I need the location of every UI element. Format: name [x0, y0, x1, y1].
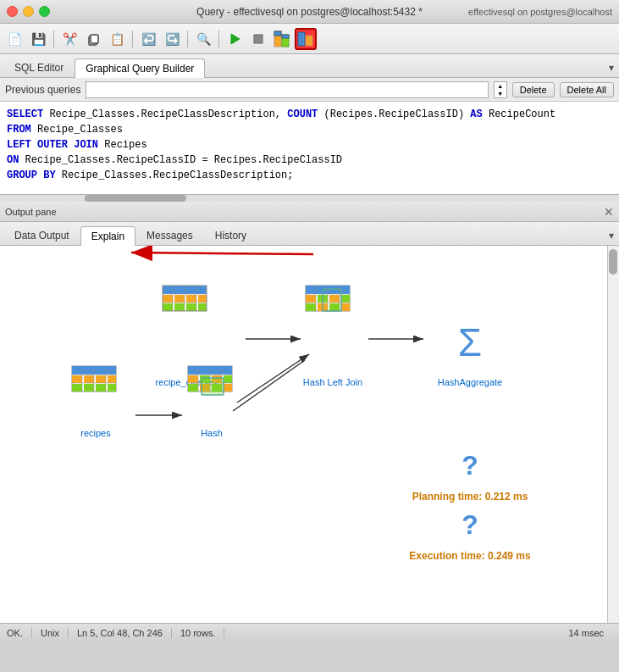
copy-button[interactable]	[82, 28, 104, 50]
planning-time-label: Planning time: 0.212 ms	[412, 491, 528, 503]
toolbar-sep-1	[53, 31, 54, 47]
main-content: 📄 💾 ✂️ 📋 ↩️ ↪️ 🔍	[0, 24, 619, 641]
title-bar: Query - effectivesql on postgres@localho…	[0, 0, 619, 24]
redo-button[interactable]: ↪️	[161, 28, 183, 50]
tab-sql-editor[interactable]: SQL Editor	[3, 58, 75, 77]
output-section: Output pane ✕ Data Output Explain Messag…	[0, 202, 619, 623]
main-tab-bar: SQL Editor Graphical Query Builder ▾	[0, 54, 619, 78]
execution-time-icon: ?	[461, 509, 478, 540]
tab-history[interactable]: History	[204, 225, 257, 245]
maximize-button[interactable]	[39, 6, 50, 17]
svg-line-15	[237, 354, 309, 403]
svg-rect-36	[306, 295, 316, 303]
node-label-hash-aggregate: HashAggregate	[438, 377, 502, 387]
sql-scrollbar-thumb[interactable]	[85, 195, 186, 202]
status-encoding: Unix	[32, 628, 69, 638]
svg-rect-20	[163, 295, 173, 303]
window-title: Query - effectivesql on postgres@localho…	[196, 6, 423, 18]
svg-rect-7	[282, 35, 289, 38]
svg-rect-53	[84, 375, 94, 383]
new-file-button[interactable]: 📄	[3, 28, 25, 50]
tab-dropdown-icon[interactable]: ▾	[609, 62, 614, 74]
svg-rect-55	[108, 375, 116, 383]
undo-button[interactable]: ↩️	[137, 28, 159, 50]
explain-diagram-area: recipe_classes	[0, 246, 619, 623]
status-bar: OK. Unix Ln 5, Col 48, Ch 246 10 rows. 1…	[0, 623, 619, 641]
explain-graphical-button[interactable]	[295, 28, 317, 50]
svg-rect-22	[186, 295, 196, 303]
run-button[interactable]	[224, 28, 246, 50]
save-button[interactable]: 💾	[27, 28, 49, 50]
node-label-hash-left-join: Hash Left Join	[303, 377, 362, 387]
status-rows: 10 rows.	[172, 628, 225, 638]
svg-rect-3	[254, 35, 263, 43]
traffic-lights[interactable]	[7, 6, 50, 17]
svg-rect-38	[329, 295, 340, 303]
delete-all-button[interactable]: Delete All	[560, 82, 614, 97]
svg-rect-24	[163, 303, 173, 311]
svg-rect-40	[306, 303, 316, 311]
node-icon-hash-aggregate: Σ	[458, 320, 482, 364]
explain-button[interactable]	[271, 28, 293, 50]
minimize-button[interactable]	[23, 6, 34, 17]
svg-rect-56	[72, 384, 82, 392]
svg-rect-59	[108, 384, 116, 392]
close-button[interactable]	[7, 6, 18, 17]
sql-scrollbar[interactable]	[0, 195, 619, 202]
svg-rect-74	[224, 384, 232, 392]
svg-rect-80	[202, 378, 224, 395]
output-pane-header: Output pane ✕	[0, 202, 619, 222]
planning-time-icon: ?	[461, 450, 478, 480]
svg-marker-2	[231, 34, 240, 44]
tab-data-output[interactable]: Data Output	[3, 225, 80, 245]
output-tab-bar: Data Output Explain Messages History ▾	[0, 222, 619, 246]
output-pane-close-button[interactable]: ✕	[604, 205, 614, 219]
svg-rect-42	[329, 303, 340, 311]
output-scrollbar-thumb[interactable]	[609, 249, 617, 275]
svg-rect-54	[96, 375, 106, 383]
toolbar-sep-4	[218, 31, 219, 47]
svg-rect-57	[84, 384, 94, 392]
svg-rect-43	[341, 303, 350, 311]
delete-button[interactable]: Delete	[512, 82, 555, 97]
svg-line-16	[233, 360, 305, 411]
stop-button[interactable]	[247, 28, 269, 50]
cut-button[interactable]: ✂️	[58, 28, 80, 50]
status-position: Ln 5, Col 48, Ch 246	[69, 628, 172, 638]
node-label-recipes: recipes	[80, 428, 111, 438]
svg-rect-58	[96, 384, 106, 392]
tab-graphical-query-builder[interactable]: Graphical Query Builder	[75, 58, 205, 78]
toolbar-sep-3	[187, 31, 188, 47]
tab-explain[interactable]: Explain	[80, 226, 135, 246]
prev-queries-label: Previous queries	[5, 84, 80, 96]
previous-queries-row: Previous queries ▲ ▼ Delete Delete All	[0, 78, 619, 102]
execution-time-label: Execution time: 0.249 ms	[409, 550, 531, 562]
status-ok: OK.	[7, 628, 32, 638]
output-pane-label: Output pane	[5, 207, 57, 217]
title-bar-right: effectivesql on postgres@localhost	[468, 7, 612, 17]
svg-rect-26	[186, 303, 196, 311]
svg-rect-23	[198, 295, 207, 303]
sql-editor[interactable]: SELECT Recipe_Classes.RecipeClassDescrip…	[0, 102, 619, 195]
output-tab-dropdown-icon[interactable]: ▾	[609, 230, 614, 242]
svg-rect-71	[188, 384, 198, 392]
svg-rect-52	[72, 375, 82, 383]
prev-queries-spinner[interactable]: ▲ ▼	[494, 81, 507, 98]
tab-messages[interactable]: Messages	[135, 225, 204, 245]
svg-rect-67	[188, 375, 198, 383]
svg-rect-21	[174, 295, 185, 303]
svg-rect-39	[341, 295, 350, 303]
search-button[interactable]: 🔍	[192, 28, 214, 50]
output-scrollbar[interactable]	[607, 246, 619, 623]
prev-queries-input[interactable]	[86, 81, 488, 98]
svg-rect-27	[198, 303, 207, 311]
paste-button[interactable]: 📋	[106, 28, 128, 50]
status-time: 14 msec	[560, 628, 612, 638]
node-label-hash: Hash	[201, 428, 223, 438]
svg-rect-70	[224, 375, 232, 383]
toolbar-sep-2	[132, 31, 133, 47]
toolbar: 📄 💾 ✂️ 📋 ↩️ ↪️ 🔍	[0, 24, 619, 54]
svg-rect-5	[274, 31, 281, 36]
svg-rect-1	[91, 35, 98, 43]
svg-rect-25	[174, 303, 185, 311]
